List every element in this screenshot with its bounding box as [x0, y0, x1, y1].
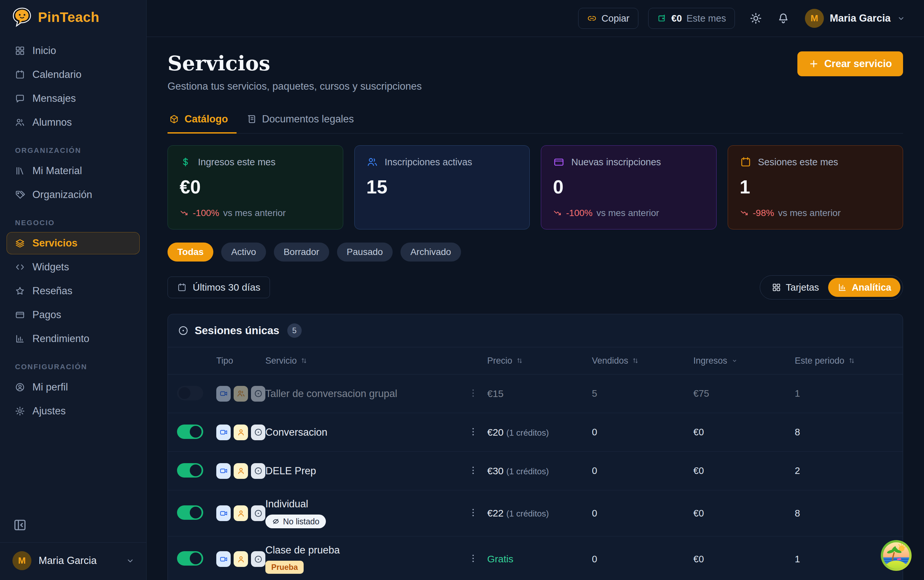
sidebar-item-ajustes[interactable]: Ajustes	[7, 400, 140, 422]
view-analytics-button[interactable]: Analítica	[828, 278, 901, 297]
sidebar-user-menu[interactable]: M Maria Garcia	[0, 542, 146, 580]
sidebar-item-alumnos[interactable]: Alumnos	[7, 111, 140, 133]
star-icon	[15, 286, 25, 296]
filter-pausado[interactable]: Pausado	[337, 242, 393, 262]
table-body: Taller de conversacion grupal€155€751Con…	[168, 374, 903, 580]
sidebar-item-pagos[interactable]: Pagos	[7, 304, 140, 326]
sidebar-item-rendimiento[interactable]: Rendimiento	[7, 328, 140, 350]
brand[interactable]: PinTeach	[0, 0, 146, 33]
sidebar-item-mi-material[interactable]: Mi Material	[7, 160, 140, 182]
row-menu-button[interactable]	[468, 387, 481, 400]
filter-activo[interactable]: Activo	[221, 242, 266, 262]
sidebar-section-header: NEGOCIO	[0, 208, 146, 231]
sidebar-item-mi-perfil[interactable]: Mi perfil	[7, 376, 140, 398]
service-enabled-toggle[interactable]	[177, 551, 203, 565]
stat-value: €0	[180, 176, 331, 198]
col-este-periodo[interactable]: Este periodo	[795, 356, 903, 366]
person-chip	[233, 463, 248, 479]
target-chip	[251, 551, 265, 567]
code-icon	[15, 262, 25, 272]
create-service-button[interactable]: Crear servicio	[797, 51, 903, 76]
page-subtitle: Gestiona tus servicios, paquetes, cursos…	[168, 81, 422, 92]
service-type-chips	[216, 386, 265, 402]
card-icon	[553, 156, 565, 168]
card-icon	[553, 156, 565, 168]
date-range-label: Últimos 30 días	[193, 282, 260, 293]
sidebar-item-organización[interactable]: Organización	[7, 184, 140, 206]
row-menu-button[interactable]	[468, 506, 481, 519]
sidebar-section-header: CONFIGURACIÓN	[0, 351, 146, 374]
users-icon	[367, 156, 378, 168]
sidebar: PinTeach InicioCalendarioMensajesAlumnos…	[0, 0, 146, 580]
calendar-icon	[177, 282, 187, 292]
page-title: Servicios	[168, 51, 422, 75]
scroll-icon	[247, 114, 257, 124]
stat-value: 0	[553, 176, 704, 198]
table-row-individual: IndividualNo listado€22 (1 créditos)0€08	[168, 490, 903, 537]
table-group-title: Sesiones únicas	[195, 325, 280, 337]
star-icon	[15, 286, 25, 296]
sidebar-item-calendario[interactable]: Calendario	[7, 64, 140, 86]
copy-button[interactable]: Copiar	[578, 8, 638, 29]
row-menu-button[interactable]	[468, 425, 481, 438]
tab-catálogo[interactable]: Catálogo	[168, 107, 237, 133]
service-enabled-toggle[interactable]	[177, 463, 203, 478]
view-cards-button[interactable]: Tarjetas	[762, 278, 829, 297]
stat-card-inscripciones-activas: Inscripciones activas15	[354, 145, 530, 229]
service-price: €22 (1 créditos)	[487, 508, 592, 519]
dollar-icon	[180, 156, 191, 168]
filter-archivado[interactable]: Archivado	[401, 242, 461, 262]
col-precio[interactable]: Precio	[487, 356, 592, 366]
target-chip	[251, 425, 265, 440]
video-icon	[219, 466, 228, 475]
service-enabled-toggle[interactable]	[177, 386, 203, 400]
sidebar-item-widgets[interactable]: Widgets	[7, 256, 140, 278]
trend-down-icon	[553, 209, 562, 218]
avatar: M	[805, 9, 824, 28]
calendar-icon	[15, 69, 25, 80]
service-enabled-toggle[interactable]	[177, 425, 203, 439]
sidebar-item-mensajes[interactable]: Mensajes	[7, 87, 140, 110]
theme-toggle-button[interactable]	[749, 12, 762, 25]
sidebar-item-label: Inicio	[32, 45, 56, 57]
circledot-icon	[254, 555, 263, 564]
person-icon	[237, 555, 245, 564]
card-icon	[15, 310, 25, 320]
service-enabled-toggle[interactable]	[177, 505, 203, 520]
user-menu[interactable]: M Maria Garcia	[805, 9, 906, 28]
service-price: €15	[487, 388, 592, 399]
wallet-period: Este mes	[686, 13, 726, 24]
kebab-icon	[468, 387, 479, 399]
stat-value: 15	[367, 176, 518, 198]
row-menu-button[interactable]	[468, 552, 481, 565]
sidebar-item-label: Widgets	[32, 261, 69, 273]
sidebar-item-reseñas[interactable]: Reseñas	[7, 280, 140, 302]
filter-borrador[interactable]: Borrador	[274, 242, 329, 262]
tab-documentos-legales[interactable]: Documentos legales	[245, 107, 363, 133]
library-icon	[15, 166, 25, 176]
video-chip	[216, 463, 231, 479]
wallet-balance-button[interactable]: €0 Este mes	[648, 8, 735, 29]
col-ingresos[interactable]: Ingresos	[693, 356, 795, 366]
sidebar-item-servicios[interactable]: Servicios	[7, 232, 140, 254]
notifications-button[interactable]	[777, 12, 790, 25]
row-menu-button[interactable]	[468, 464, 481, 477]
tags-icon	[15, 189, 25, 200]
sidebar-footer: M Maria Garcia	[0, 516, 146, 580]
video-chip	[216, 505, 231, 521]
chevron-down-icon	[125, 556, 135, 565]
filter-todas[interactable]: Todas	[168, 242, 213, 262]
trend-down-icon	[180, 209, 189, 218]
calendar-icon	[15, 69, 25, 80]
view-cards-label: Tarjetas	[786, 282, 819, 293]
sidebar-item-inicio[interactable]: Inicio	[7, 40, 140, 62]
col-servicio[interactable]: Servicio	[265, 356, 468, 366]
copy-label: Copiar	[602, 13, 629, 24]
view-analytics-label: Analítica	[852, 282, 891, 293]
table-row-taller-de-conversacion-grupal: Taller de conversacion grupal€155€751	[168, 374, 903, 413]
sidebar-collapse-button[interactable]	[12, 516, 30, 534]
date-range-button[interactable]: Últimos 30 días	[168, 277, 270, 298]
vacation-island-badge[interactable]	[880, 539, 912, 572]
col-vendidos[interactable]: Vendidos	[592, 356, 693, 366]
gear-icon	[15, 406, 25, 416]
